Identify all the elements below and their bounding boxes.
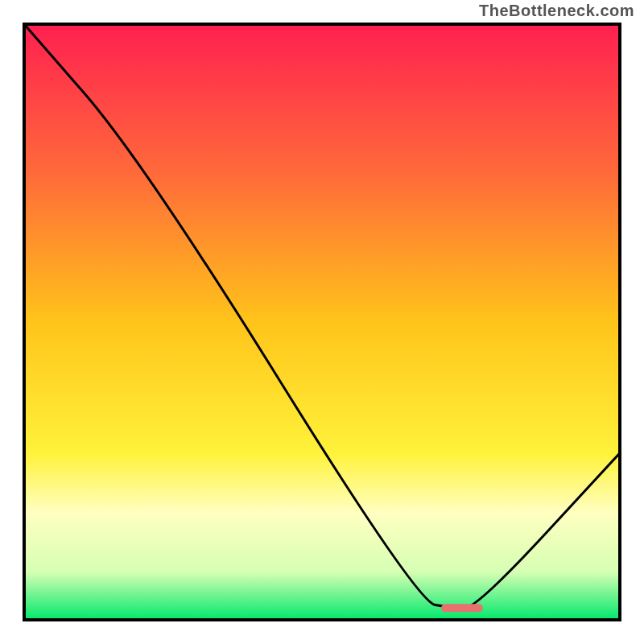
optimal-marker (441, 604, 483, 612)
watermark-text: TheBottleneck.com (479, 2, 634, 20)
chart-wrap: TheBottleneck.com (0, 0, 644, 644)
bottleneck-chart (0, 0, 644, 644)
plot-background (24, 24, 620, 620)
